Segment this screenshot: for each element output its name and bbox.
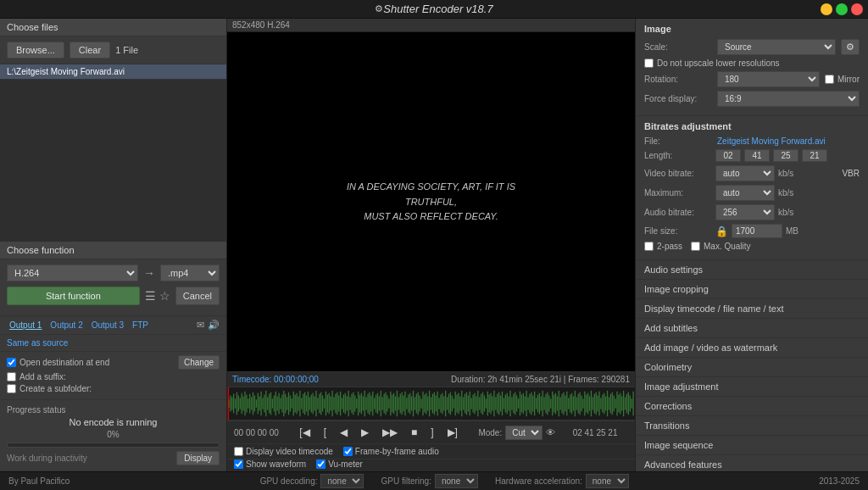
- scale-icon-btn[interactable]: ⚙: [841, 39, 860, 55]
- list-item[interactable]: L:\Zeitgeist Moving Forward.avi: [0, 64, 226, 80]
- jump-to-end-button[interactable]: ▶]: [444, 425, 461, 440]
- svg-rect-39: [290, 396, 291, 412]
- tab-output2[interactable]: Output 2: [47, 320, 85, 331]
- svg-rect-55: [315, 391, 316, 416]
- no-upscale-checkbox[interactable]: [644, 58, 654, 68]
- gpu-filtering-select[interactable]: none: [435, 474, 478, 488]
- frame-audio-checkbox[interactable]: [343, 447, 353, 456]
- svg-rect-80: [356, 398, 357, 408]
- svg-rect-65: [331, 391, 332, 416]
- svg-rect-47: [303, 394, 303, 414]
- same-source[interactable]: Same as source: [0, 335, 226, 352]
- open-dest-checkbox[interactable]: [7, 358, 16, 367]
- display-button[interactable]: Display: [176, 451, 220, 465]
- video-bitrate-select[interactable]: auto: [715, 165, 775, 181]
- minimize-button[interactable]: [821, 3, 832, 15]
- open-dest-label: Open destination at end: [7, 358, 109, 367]
- force-display-select[interactable]: 16:9: [717, 91, 860, 107]
- colorimetry-row[interactable]: Colorimetry: [636, 358, 868, 377]
- waveform-checkbox[interactable]: [234, 459, 243, 469]
- gpu-decoding-select[interactable]: none: [320, 474, 364, 488]
- mode-select[interactable]: Cut: [505, 426, 542, 440]
- twopass-row: 2-pass Max. Quality: [644, 242, 860, 251]
- svg-rect-199: [548, 396, 549, 412]
- jump-to-start-button[interactable]: [◀: [296, 425, 313, 440]
- svg-rect-129: [436, 396, 437, 412]
- tab-output1[interactable]: Output 1: [7, 320, 44, 331]
- stop-button[interactable]: ▶▶: [379, 425, 401, 440]
- svg-rect-33: [280, 398, 281, 409]
- filesize-input[interactable]: [732, 224, 782, 238]
- timecode-checkbox[interactable]: [234, 447, 243, 456]
- video-area[interactable]: IN A DECAYING SOCIETY, ART, IF IT IS TRU…: [227, 32, 635, 371]
- display-timecode-row[interactable]: Display timecode / file name / text: [636, 299, 868, 319]
- audio-icon[interactable]: 🔊: [208, 320, 220, 331]
- browse-button[interactable]: Browse...: [7, 42, 64, 58]
- svg-rect-58: [320, 393, 321, 415]
- change-button[interactable]: Change: [178, 355, 220, 370]
- mirror-checkbox[interactable]: [825, 75, 834, 84]
- image-cropping-row[interactable]: Image cropping: [636, 280, 868, 299]
- eye-icon[interactable]: 👁: [546, 427, 555, 437]
- svg-rect-103: [393, 393, 394, 415]
- corrections-row[interactable]: Corrections: [636, 397, 868, 416]
- suffix-checkbox[interactable]: [7, 372, 16, 381]
- svg-rect-30: [275, 392, 276, 416]
- vumeter-opt: Vu-meter: [316, 459, 363, 469]
- svg-rect-187: [529, 394, 530, 414]
- maximize-button[interactable]: [836, 3, 848, 15]
- audio-bitrate-select[interactable]: 256: [715, 204, 775, 220]
- svg-rect-247: [626, 394, 627, 414]
- waveform-area[interactable]: [227, 387, 635, 420]
- settings-icon[interactable]: ⚙: [375, 3, 383, 14]
- next-frame-button[interactable]: ]: [427, 425, 437, 440]
- email-icon[interactable]: ✉: [197, 320, 204, 331]
- rotation-select[interactable]: 180: [717, 71, 820, 87]
- close-button[interactable]: [851, 3, 863, 15]
- image-adjustment-row[interactable]: Image adjustment: [636, 377, 868, 397]
- function-select[interactable]: H.264: [7, 264, 138, 281]
- svg-rect-166: [495, 397, 496, 409]
- svg-rect-62: [327, 395, 328, 413]
- image-sequence-row[interactable]: Image sequence: [636, 436, 868, 455]
- svg-rect-222: [586, 395, 587, 413]
- list-icon[interactable]: ☰: [145, 289, 156, 303]
- audio-bitrate-label: Audio bitrate:: [644, 208, 712, 217]
- play-button[interactable]: ▶: [358, 425, 372, 440]
- subfolder-checkbox[interactable]: [7, 384, 16, 393]
- twopass-checkbox[interactable]: [644, 242, 654, 251]
- svg-rect-89: [370, 396, 371, 412]
- vumeter-checkbox[interactable]: [316, 459, 326, 469]
- maximum-select[interactable]: auto: [715, 185, 775, 201]
- prev-frame-button[interactable]: [: [320, 425, 330, 440]
- rewind-button[interactable]: ◀: [337, 425, 351, 440]
- svg-rect-179: [516, 396, 517, 412]
- tab-output3[interactable]: Output 3: [89, 320, 126, 331]
- add-image-row[interactable]: Add image / video as watermark: [636, 338, 868, 358]
- ffwd-button[interactable]: ■: [408, 425, 420, 440]
- svg-rect-168: [498, 393, 499, 415]
- advanced-row[interactable]: Advanced features: [636, 455, 868, 471]
- svg-rect-18: [256, 399, 257, 408]
- scale-select[interactable]: Source: [717, 39, 836, 55]
- svg-rect-81: [358, 392, 359, 416]
- svg-rect-46: [301, 398, 302, 409]
- max-quality-checkbox[interactable]: [691, 242, 700, 251]
- clear-button[interactable]: Clear: [70, 42, 110, 58]
- output-format-select[interactable]: .mp4: [160, 264, 220, 281]
- image-title: Image: [644, 24, 860, 34]
- mode-label: Mode:: [478, 428, 502, 437]
- start-function-button[interactable]: Start function: [7, 287, 140, 305]
- tab-ftp[interactable]: FTP: [130, 320, 151, 331]
- lock-icon[interactable]: 🔒: [715, 226, 728, 237]
- svg-rect-54: [314, 396, 314, 410]
- add-subtitles-row[interactable]: Add subtitles: [636, 319, 868, 338]
- hw-accel-select[interactable]: none: [586, 474, 629, 488]
- audio-settings-row[interactable]: Audio settings: [636, 260, 868, 280]
- transitions-row[interactable]: Transitions: [636, 416, 868, 436]
- svg-rect-82: [359, 395, 360, 413]
- file-link[interactable]: Zeitgeist Moving Forward.avi: [717, 136, 826, 146]
- svg-rect-122: [424, 395, 425, 413]
- star-icon[interactable]: ☆: [159, 289, 170, 303]
- cancel-button[interactable]: Cancel: [175, 287, 220, 305]
